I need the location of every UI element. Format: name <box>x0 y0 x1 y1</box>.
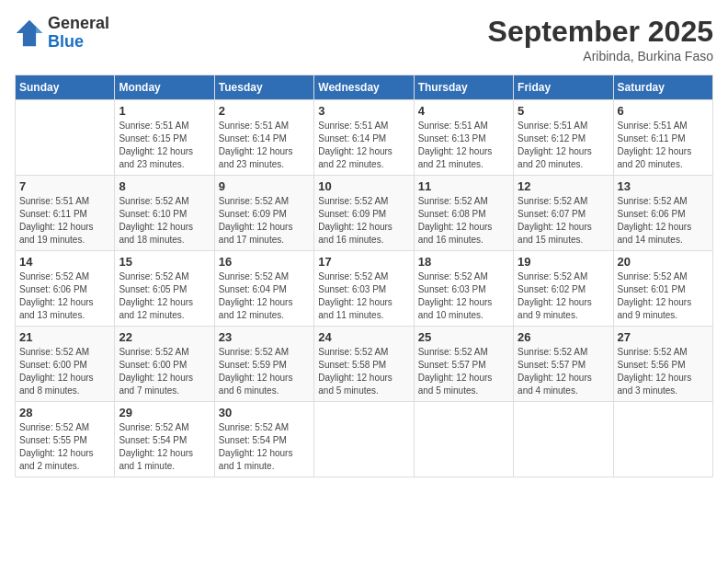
calendar-cell: 11Sunrise: 5:52 AM Sunset: 6:08 PM Dayli… <box>414 176 513 251</box>
weekday-header: Thursday <box>414 75 513 100</box>
calendar-cell: 19Sunrise: 5:52 AM Sunset: 6:02 PM Dayli… <box>514 251 613 327</box>
day-number: 15 <box>119 255 210 269</box>
calendar-week-row: 14Sunrise: 5:52 AM Sunset: 6:06 PM Dayli… <box>16 251 713 327</box>
calendar-cell <box>613 402 712 477</box>
weekday-header-row: SundayMondayTuesdayWednesdayThursdayFrid… <box>16 75 713 100</box>
calendar-cell: 20Sunrise: 5:52 AM Sunset: 6:01 PM Dayli… <box>613 251 712 327</box>
day-info: Sunrise: 5:52 AM Sunset: 5:58 PM Dayligh… <box>318 346 409 397</box>
day-number: 17 <box>318 255 409 269</box>
day-info: Sunrise: 5:52 AM Sunset: 6:09 PM Dayligh… <box>219 195 310 247</box>
day-info: Sunrise: 5:52 AM Sunset: 6:00 PM Dayligh… <box>119 346 210 397</box>
day-info: Sunrise: 5:52 AM Sunset: 5:54 PM Dayligh… <box>219 421 310 473</box>
day-number: 18 <box>418 255 509 269</box>
day-info: Sunrise: 5:51 AM Sunset: 6:13 PM Dayligh… <box>418 120 509 171</box>
calendar-cell: 6Sunrise: 5:51 AM Sunset: 6:11 PM Daylig… <box>613 100 712 176</box>
calendar-cell: 25Sunrise: 5:52 AM Sunset: 5:57 PM Dayli… <box>414 327 513 402</box>
day-number: 29 <box>119 406 210 419</box>
day-number: 25 <box>418 330 509 344</box>
day-number: 28 <box>19 406 110 419</box>
day-info: Sunrise: 5:52 AM Sunset: 5:57 PM Dayligh… <box>418 346 509 397</box>
calendar-cell: 4Sunrise: 5:51 AM Sunset: 6:13 PM Daylig… <box>414 100 513 176</box>
day-info: Sunrise: 5:51 AM Sunset: 6:14 PM Dayligh… <box>219 120 310 171</box>
calendar-cell: 24Sunrise: 5:52 AM Sunset: 5:58 PM Dayli… <box>314 327 414 402</box>
calendar-week-row: 28Sunrise: 5:52 AM Sunset: 5:55 PM Dayli… <box>16 402 713 477</box>
day-info: Sunrise: 5:52 AM Sunset: 5:55 PM Dayligh… <box>19 421 110 473</box>
weekday-header: Tuesday <box>214 75 313 100</box>
day-info: Sunrise: 5:52 AM Sunset: 6:06 PM Dayligh… <box>19 270 110 322</box>
day-info: Sunrise: 5:52 AM Sunset: 5:56 PM Dayligh… <box>618 346 709 397</box>
day-number: 20 <box>618 255 709 269</box>
weekday-header: Friday <box>514 75 613 100</box>
calendar-table: SundayMondayTuesdayWednesdayThursdayFrid… <box>15 75 713 477</box>
day-number: 12 <box>518 179 609 193</box>
page-header: General Blue September 2025 Aribinda, Bu… <box>15 15 713 63</box>
calendar-cell: 30Sunrise: 5:52 AM Sunset: 5:54 PM Dayli… <box>214 402 313 477</box>
day-info: Sunrise: 5:51 AM Sunset: 6:11 PM Dayligh… <box>19 195 110 247</box>
day-number: 9 <box>219 179 310 193</box>
day-info: Sunrise: 5:52 AM Sunset: 5:59 PM Dayligh… <box>219 346 310 397</box>
day-info: Sunrise: 5:51 AM Sunset: 6:11 PM Dayligh… <box>618 120 709 171</box>
calendar-week-row: 1Sunrise: 5:51 AM Sunset: 6:15 PM Daylig… <box>16 100 713 176</box>
day-number: 24 <box>318 330 409 344</box>
day-number: 27 <box>618 330 709 344</box>
weekday-header: Wednesday <box>314 75 414 100</box>
calendar-cell: 27Sunrise: 5:52 AM Sunset: 5:56 PM Dayli… <box>613 327 712 402</box>
day-number: 22 <box>119 330 210 344</box>
calendar-cell: 18Sunrise: 5:52 AM Sunset: 6:03 PM Dayli… <box>414 251 513 327</box>
day-info: Sunrise: 5:52 AM Sunset: 6:09 PM Dayligh… <box>318 195 409 247</box>
day-info: Sunrise: 5:52 AM Sunset: 6:00 PM Dayligh… <box>19 346 110 397</box>
day-info: Sunrise: 5:52 AM Sunset: 6:03 PM Dayligh… <box>418 270 509 322</box>
day-number: 2 <box>219 104 310 118</box>
day-info: Sunrise: 5:51 AM Sunset: 6:12 PM Dayligh… <box>518 120 609 171</box>
day-info: Sunrise: 5:52 AM Sunset: 6:10 PM Dayligh… <box>119 195 210 247</box>
calendar-cell: 23Sunrise: 5:52 AM Sunset: 5:59 PM Dayli… <box>214 327 313 402</box>
calendar-cell: 16Sunrise: 5:52 AM Sunset: 6:04 PM Dayli… <box>214 251 313 327</box>
day-number: 19 <box>518 255 609 269</box>
calendar-week-row: 21Sunrise: 5:52 AM Sunset: 6:00 PM Dayli… <box>16 327 713 402</box>
calendar-cell: 7Sunrise: 5:51 AM Sunset: 6:11 PM Daylig… <box>16 176 115 251</box>
day-info: Sunrise: 5:51 AM Sunset: 6:15 PM Dayligh… <box>119 120 210 171</box>
calendar-cell <box>414 402 513 477</box>
day-number: 3 <box>318 104 409 118</box>
day-number: 8 <box>119 179 210 193</box>
logo-general-text: General <box>48 14 109 32</box>
day-info: Sunrise: 5:52 AM Sunset: 6:04 PM Dayligh… <box>219 270 310 322</box>
logo-icon <box>15 18 44 48</box>
day-number: 21 <box>19 330 110 344</box>
day-number: 7 <box>19 179 110 193</box>
calendar-cell: 26Sunrise: 5:52 AM Sunset: 5:57 PM Dayli… <box>514 327 613 402</box>
calendar-cell: 5Sunrise: 5:51 AM Sunset: 6:12 PM Daylig… <box>514 100 613 176</box>
day-number: 4 <box>418 104 509 118</box>
day-info: Sunrise: 5:52 AM Sunset: 6:06 PM Dayligh… <box>618 195 709 247</box>
calendar-cell <box>16 100 115 176</box>
calendar-cell: 15Sunrise: 5:52 AM Sunset: 6:05 PM Dayli… <box>115 251 214 327</box>
weekday-header: Sunday <box>16 75 115 100</box>
calendar-cell: 22Sunrise: 5:52 AM Sunset: 6:00 PM Dayli… <box>115 327 214 402</box>
day-info: Sunrise: 5:52 AM Sunset: 6:05 PM Dayligh… <box>119 270 210 322</box>
calendar-cell: 9Sunrise: 5:52 AM Sunset: 6:09 PM Daylig… <box>214 176 313 251</box>
calendar-week-row: 7Sunrise: 5:51 AM Sunset: 6:11 PM Daylig… <box>16 176 713 251</box>
calendar-cell: 13Sunrise: 5:52 AM Sunset: 6:06 PM Dayli… <box>613 176 712 251</box>
calendar-cell <box>314 402 414 477</box>
calendar-cell <box>514 402 613 477</box>
calendar-cell: 2Sunrise: 5:51 AM Sunset: 6:14 PM Daylig… <box>214 100 313 176</box>
month-title: September 2025 <box>488 15 713 49</box>
day-number: 30 <box>219 406 310 419</box>
calendar-cell: 17Sunrise: 5:52 AM Sunset: 6:03 PM Dayli… <box>314 251 414 327</box>
calendar-cell: 21Sunrise: 5:52 AM Sunset: 6:00 PM Dayli… <box>16 327 115 402</box>
logo-blue-text: Blue <box>48 32 84 51</box>
day-info: Sunrise: 5:52 AM Sunset: 6:08 PM Dayligh… <box>418 195 509 247</box>
calendar-cell: 8Sunrise: 5:52 AM Sunset: 6:10 PM Daylig… <box>115 176 214 251</box>
weekday-header: Monday <box>115 75 214 100</box>
day-info: Sunrise: 5:52 AM Sunset: 6:03 PM Dayligh… <box>318 270 409 322</box>
day-number: 14 <box>19 255 110 269</box>
day-number: 13 <box>618 179 709 193</box>
calendar-cell: 10Sunrise: 5:52 AM Sunset: 6:09 PM Dayli… <box>314 176 414 251</box>
location-text: Aribinda, Burkina Faso <box>488 49 713 63</box>
day-number: 6 <box>618 104 709 118</box>
day-info: Sunrise: 5:52 AM Sunset: 6:01 PM Dayligh… <box>618 270 709 322</box>
day-number: 11 <box>418 179 509 193</box>
day-number: 23 <box>219 330 310 344</box>
day-info: Sunrise: 5:52 AM Sunset: 5:54 PM Dayligh… <box>119 421 210 473</box>
logo: General Blue <box>15 15 109 52</box>
